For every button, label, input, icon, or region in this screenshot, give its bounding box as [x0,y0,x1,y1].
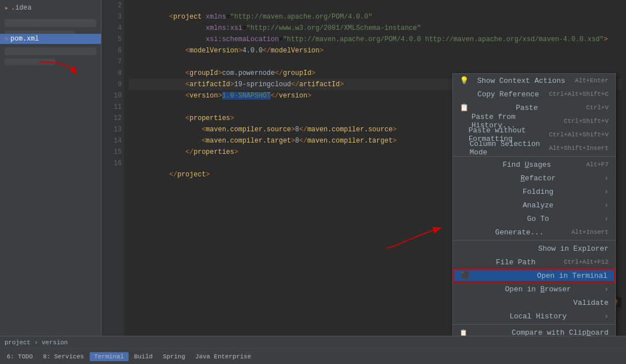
paste-icon: 📋 [460,103,469,112]
menu-go-to[interactable]: Go To › [453,212,615,225]
sidebar: ▸ .idea m pom.xml [0,0,102,336]
bottom-toolbar: 6: TODO 8: Services Terminal Build Sprin… [0,348,626,364]
editor: 2 3 4 5 6 7 8 ▶ 9 10 11 12 13 14 15 16 [102,0,626,336]
toolbar-services[interactable]: 8: Services [38,352,89,361]
code-line-2: <project xmlns="http://maven.apache.org/… [129,0,621,11]
sidebar-bottom-blurred [0,44,101,78]
menu-shortcut: Ctrl+Alt+Shift+V [549,131,609,138]
menu-label: Folding [523,188,554,196]
main-area: ▸ .idea m pom.xml [0,0,626,336]
breadcrumb: project › version [5,339,68,346]
sidebar-item-pom[interactable]: m pom.xml [0,34,101,44]
menu-shortcut: Ctrl+V [586,104,609,111]
submenu-arrow-icon: › [604,174,609,183]
bulb-icon: 💡 [460,76,469,85]
toolbar-label: Spring [163,353,186,360]
ln-12: 12 [104,113,122,124]
toolbar-java-enterprise[interactable]: Java Enterprise [191,352,255,361]
ln-14: 14 [104,135,122,147]
toolbar-label: 8: Services [43,353,84,360]
menu-label: Show in Explorer [538,245,609,253]
compare-icon: 📋 [460,329,468,336]
maven-icon: m [5,35,8,42]
menu-separator-2 [453,240,615,241]
menu-validate[interactable]: Validate [453,296,615,309]
menu-file-path[interactable]: File Path Ctrl+Alt+F12 [453,255,615,269]
ln-11: 11 [104,101,122,113]
menu-shortcut: Ctrl+Alt+Shift+C [549,91,609,97]
status-bar: project › version [0,336,626,348]
line-numbers: 2 3 4 5 6 7 8 ▶ 9 10 11 12 13 14 15 16 [102,0,124,336]
menu-open-in-browser[interactable]: Open in Browser › [453,282,615,296]
menu-refactor[interactable]: Refactor › [453,171,615,185]
submenu-arrow-icon: › [604,312,609,321]
submenu-arrow-icon: › [604,285,609,294]
sidebar-item-label: pom.xml [11,35,39,43]
menu-label: Validate [574,299,609,307]
menu-analyze[interactable]: Analyze › [453,198,615,212]
menu-label: Go To [527,215,549,223]
menu-shortcut: Alt+Insert [571,229,609,236]
menu-label: Generate... [495,228,544,237]
toolbar-terminal[interactable]: Terminal [90,352,129,361]
menu-shortcut: Ctrl+Shift+V [564,118,609,125]
menu-label: File Path [496,258,535,267]
menu-shortcut: Ctrl+Alt+F12 [564,259,609,265]
menu-show-explorer[interactable]: Show in Explorer [453,242,615,255]
menu-label: Column Selection Mode [470,140,545,157]
menu-label: Show Context Actions [477,77,565,85]
blur-placeholder-4 [5,59,55,65]
menu-compare-clipboard[interactable]: 📋 Compare with Clipboard [453,326,615,336]
menu-label: Local History [509,312,566,321]
toolbar-build[interactable]: Build [130,352,157,361]
menu-label: Copy Reference [478,90,539,99]
code-line-7: <groupId>com.powernode</groupId> [129,56,621,68]
menu-generate[interactable]: Generate... Alt+Insert [453,225,615,239]
toolbar-label: Terminal [94,353,124,360]
ln-16: 16 [104,158,122,169]
toolbar-spring[interactable]: Spring [158,352,190,361]
ln-4: 4 [104,23,122,34]
ln-9: 9 [104,79,122,90]
sidebar-top-blurred: ▸ .idea [0,0,101,34]
toolbar-todo[interactable]: 6: TODO [2,352,37,361]
ln-13: 13 [104,124,122,135]
menu-separator-3 [453,324,615,325]
ln-2: 2 [104,0,122,11]
menu-shortcut: Alt+Enter [575,77,609,84]
menu-label: Analyze [523,201,554,210]
ln-6: 6 [104,45,122,56]
context-menu: 💡 Show Context Actions Alt+Enter Copy Re… [452,73,616,336]
menu-label: Compare with Clipboard [512,329,609,336]
menu-local-history[interactable]: Local History › [453,309,615,323]
toolbar-label: Build [134,353,153,360]
menu-label: Paste [516,104,538,112]
blur-placeholder-3 [5,47,96,55]
ln-3: 3 [104,11,122,23]
toolbar-label: 6: TODO [7,353,33,360]
terminal-icon: ⬛ [461,271,471,280]
blur-placeholder-1 [5,19,96,27]
blur-placeholder-2 [5,30,75,34]
menu-show-context-actions[interactable]: 💡 Show Context Actions Alt+Enter [453,74,615,87]
menu-open-in-terminal[interactable]: ⬛ Open in Terminal [453,269,615,282]
ln-10: 10 [104,90,122,101]
menu-folding[interactable]: Folding › [453,185,615,198]
menu-label: Open in Terminal [537,272,607,280]
menu-copy-reference[interactable]: Copy Reference Ctrl+Alt+Shift+C [453,87,615,101]
menu-shortcut: Alt+F7 [586,161,609,168]
menu-column-selection[interactable]: Column Selection Mode Alt+Shift+Insert [453,141,615,155]
ln-7: 7 [104,56,122,68]
menu-shortcut: Alt+Shift+Insert [549,145,609,152]
ln-5: 5 [104,34,122,45]
ln-8: 8 ▶ [104,68,122,79]
submenu-arrow-icon: › [604,188,609,196]
menu-label: Refactor [521,174,556,183]
menu-find-usages[interactable]: Find Usages Alt+F7 [453,158,615,171]
menu-label: Open in Browser [505,285,571,294]
submenu-arrow-icon: › [604,201,609,210]
ln-15: 15 [104,147,122,158]
menu-label: Find Usages [502,161,551,169]
toolbar-label: Java Enterprise [195,353,251,360]
submenu-arrow-icon: › [604,215,609,223]
